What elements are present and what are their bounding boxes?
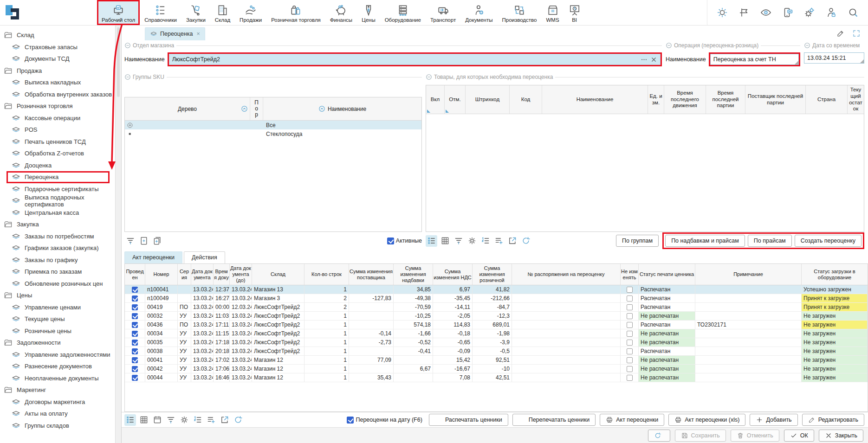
col-stock[interactable]: Текущий остаток — [848, 85, 864, 114]
eye-icon[interactable] — [760, 7, 771, 18]
col-no-change[interactable]: Не изменять — [621, 264, 639, 285]
minus-circle-icon[interactable] — [124, 42, 131, 49]
act-row[interactable]: 00044 УУ 13.03.24 16:46 13.03.24 Магазин… — [125, 373, 868, 382]
menu-item[interactable]: Розничная торговля — [266, 0, 325, 25]
list-add-icon[interactable] — [205, 414, 217, 426]
no-change-checkbox[interactable] — [627, 348, 633, 354]
no-change-checkbox[interactable] — [627, 331, 633, 337]
operation-field[interactable]: Переоценка за счет ТН — [710, 54, 799, 65]
act-row[interactable]: п100049 13.03.24 16:27 13.03.24 Магазин … — [125, 294, 868, 303]
col-doc-date-to[interactable]: Дата документа (до) — [230, 264, 252, 285]
col-rows-count[interactable]: Кол-во строк — [304, 264, 349, 285]
proveden-checkbox[interactable] — [132, 287, 138, 293]
col-unit[interactable]: Ед. изм. — [648, 85, 664, 114]
sidebar-item[interactable]: Центральная касса — [0, 207, 115, 219]
sku-row[interactable]: Все — [125, 121, 421, 129]
sidebar-item[interactable]: Цены — [0, 289, 115, 302]
menu-item[interactable]: Документы — [460, 0, 497, 25]
menu-item[interactable]: Справочники — [140, 0, 181, 25]
dept-name-field[interactable]: ЛюксСофтТрейд2 — [169, 54, 661, 65]
no-change-checkbox[interactable] — [627, 287, 633, 293]
lookup-dots-icon[interactable] — [641, 56, 648, 63]
proveden-checkbox[interactable] — [132, 348, 138, 354]
sidebar-item[interactable]: Текущие цены — [0, 313, 115, 325]
sidebar-item[interactable]: Закупка — [0, 218, 115, 231]
menu-item[interactable]: Финансы — [325, 0, 357, 25]
repricing-action-button[interactable]: Создать переоценку — [795, 235, 862, 247]
menu-item[interactable]: Закупки — [181, 0, 210, 25]
menu-item[interactable]: Склад — [210, 0, 235, 25]
sidebar-item[interactable]: Документы ТСД — [0, 53, 115, 65]
repricing-date-checkbox-row[interactable]: Переоценки на дату (F6) — [347, 417, 422, 424]
sidebar-item[interactable]: Обновление розничных цен — [0, 278, 115, 290]
tab-close-icon[interactable]: × — [196, 31, 200, 37]
col-last-movement[interactable]: Время последнего движения — [664, 85, 706, 114]
sidebar-item[interactable]: Неоплаченные документы — [0, 372, 115, 385]
sidebar-item[interactable]: Продажа — [0, 65, 115, 77]
repricing-action-button[interactable]: По прайсам — [748, 235, 792, 247]
proveden-checkbox[interactable] — [132, 375, 138, 381]
sidebar-item[interactable]: Приемка по заказам — [0, 266, 115, 278]
col-barcode[interactable]: Штрихкод — [466, 85, 510, 114]
refresh-icon[interactable] — [232, 414, 244, 426]
acts-tab[interactable]: Акт переоценки — [124, 251, 182, 263]
act-row[interactable]: 00038 УУ 13.03.24 20:18 13.03.24 ЛюксСоф… — [125, 347, 868, 356]
plus-circle-icon[interactable] — [127, 122, 133, 128]
sidebar-item[interactable]: Выписка подарочных сертификатов — [0, 195, 115, 207]
settings-icon[interactable] — [466, 235, 478, 247]
refresh-icon[interactable] — [520, 235, 531, 247]
col-number[interactable]: Номер — [145, 264, 178, 285]
doc-add-icon[interactable] — [138, 235, 149, 247]
menu-item[interactable]: Продажи — [235, 0, 266, 25]
no-change-checkbox[interactable] — [627, 304, 633, 310]
no-change-checkbox[interactable] — [627, 313, 633, 319]
col-country[interactable]: Страна — [806, 85, 848, 114]
menu-item[interactable]: Транспорт — [426, 0, 460, 25]
sidebar-item[interactable]: Выписка накладных — [0, 77, 115, 89]
sidebar-item[interactable]: Графики заказов (закупка) — [0, 242, 115, 254]
act-row[interactable]: 00041 УУ 13.03.24 17:02 13.03.24 Магазин… — [125, 356, 868, 365]
tab-pereocenka[interactable]: Переоценка × — [145, 27, 205, 40]
list-add-icon[interactable] — [493, 235, 505, 247]
by-groups-button[interactable]: По группам — [616, 235, 659, 247]
numbered-list-icon[interactable] — [192, 414, 203, 426]
col-supplier[interactable]: Поставщик последней партии — [745, 85, 806, 114]
no-change-checkbox[interactable] — [627, 295, 633, 302]
acts-tab[interactable]: Действия — [184, 251, 225, 263]
sidebar-item[interactable]: Заказы по графику — [0, 254, 115, 266]
sidebar-scrollbar-thumb[interactable] — [117, 27, 120, 97]
footer-button[interactable]: Закрыть — [819, 430, 863, 442]
bottom-action-button[interactable]: Редактировать — [802, 414, 864, 426]
sidebar-item[interactable]: POS — [0, 124, 115, 136]
user-lock-icon[interactable] — [826, 7, 837, 18]
act-row[interactable]: 00035 УУ 13.03.24 17:18 13.03.24 ЛюксСоф… — [125, 338, 868, 347]
sidebar-item[interactable]: Управление ценами — [0, 302, 115, 314]
repricing-action-button[interactable]: По надбавкам и прайсам — [665, 235, 745, 247]
list-view-icon[interactable] — [426, 235, 437, 247]
col-order-no[interactable]: № распоряжения на переоценку — [512, 264, 621, 285]
sidebar-item[interactable]: Обработка внутренних заказов — [0, 89, 115, 101]
export-icon[interactable] — [506, 235, 518, 247]
bottom-action-button[interactable]: Добавить — [750, 414, 797, 426]
col-series[interactable]: Серия — [178, 264, 191, 285]
docs-add-icon[interactable] — [151, 235, 163, 247]
col-doc-time[interactable]: Время доку — [214, 264, 230, 285]
minus-circle-icon[interactable] — [666, 42, 672, 49]
proveden-checkbox[interactable] — [132, 357, 138, 363]
bottom-action-button[interactable]: Перепечатать ценники — [512, 414, 596, 426]
menu-item[interactable]: Производство — [497, 0, 541, 25]
sidebar-item[interactable]: Кассовые операции — [0, 112, 115, 124]
active-checkbox[interactable] — [387, 238, 394, 244]
phone-chat-icon[interactable] — [782, 7, 793, 18]
grid-view-icon[interactable] — [439, 235, 451, 247]
act-row[interactable]: 00032 УУ 13.03.24 11:03 13.03.24 ЛюксСоф… — [125, 312, 868, 321]
minus-circle-icon[interactable] — [124, 74, 131, 80]
act-row[interactable]: 00034 УУ 13.03.24 11:15 13.03.24 ЛюксСоф… — [125, 329, 868, 338]
no-change-checkbox[interactable] — [627, 340, 633, 346]
sidebar-item[interactable]: Страховые запасы — [0, 41, 115, 53]
act-row[interactable]: п100041 13.03.24 12:37 13.03.24 Магазин … — [125, 285, 868, 294]
settings-icon[interactable] — [178, 414, 190, 426]
col-sum-supplier[interactable]: Сумма изменения поставщика — [349, 264, 394, 285]
col-note[interactable]: Примечание — [695, 264, 802, 285]
repricing-date-checkbox[interactable] — [347, 417, 354, 424]
